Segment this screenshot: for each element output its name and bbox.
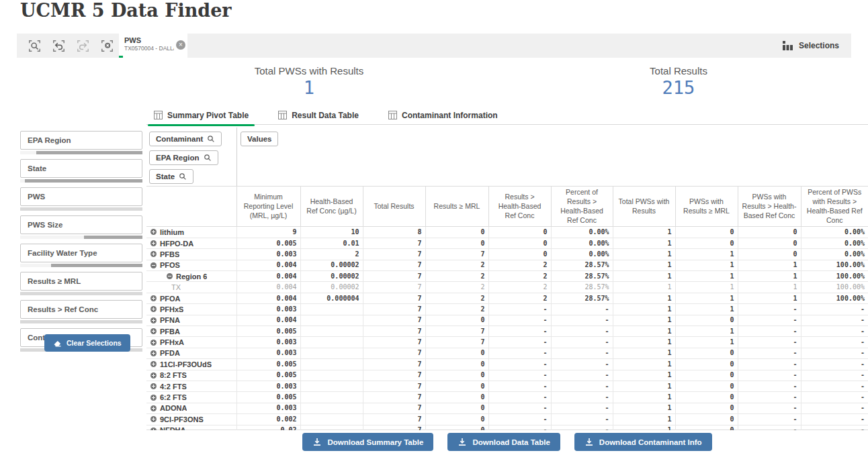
row-label[interactable]: HFPO-DA: [160, 239, 193, 248]
pivot-cell[interactable]: 1: [613, 238, 675, 248]
pivot-cell[interactable]: 0: [675, 227, 738, 238]
pivot-cell[interactable]: 2: [488, 260, 551, 270]
pivot-cell[interactable]: 0.005: [236, 238, 300, 248]
pivot-cell[interactable]: -: [738, 326, 801, 337]
pivot-cell[interactable]: 1: [613, 326, 675, 337]
pivot-cell[interactable]: 0: [425, 381, 488, 391]
row-label[interactable]: PFBS: [160, 250, 179, 259]
selection-tab-pws[interactable]: PWS TX0570004 - DALLAS ... ×: [119, 34, 187, 58]
pivot-cell[interactable]: [300, 381, 363, 391]
row-label[interactable]: PFNA: [160, 315, 180, 325]
filter-title[interactable]: EPA Region: [20, 131, 142, 150]
smart-search-icon[interactable]: [22, 34, 46, 58]
pivot-cell[interactable]: 0.00%: [801, 227, 868, 238]
pivot-cell[interactable]: [300, 392, 363, 403]
filter-results-ref-conc[interactable]: Results > Ref Conc: [20, 300, 142, 323]
pivot-cell[interactable]: 7: [363, 271, 425, 282]
step-forward-icon[interactable]: [71, 34, 95, 58]
pivot-cell[interactable]: 2: [425, 304, 488, 315]
pivot-rows-viewport[interactable]: lithium9108000.00%1000.00%HFPO-DA0.0050.…: [146, 227, 868, 430]
pivot-cell[interactable]: 0.005: [236, 370, 300, 381]
pivot-cell[interactable]: 1: [613, 249, 675, 260]
pivot-cell[interactable]: 1: [613, 392, 675, 403]
dimension-button-state[interactable]: State: [149, 169, 193, 184]
pivot-cell[interactable]: 7: [363, 260, 425, 270]
expand-icon[interactable]: [150, 395, 157, 401]
pivot-cell[interactable]: 0.004: [236, 315, 300, 325]
pivot-cell[interactable]: 0.003: [236, 304, 300, 315]
column-header-health-based-ref-conc-g-l[interactable]: Health-Based Ref Conc (µg/L): [300, 187, 363, 227]
pivot-cell[interactable]: 0.003: [236, 403, 300, 413]
pivot-cell[interactable]: 0: [425, 425, 488, 430]
row-label[interactable]: TX: [171, 283, 181, 292]
pivot-cell[interactable]: 0: [488, 249, 551, 260]
pivot-cell[interactable]: -: [488, 392, 551, 403]
row-label[interactable]: NFDHA: [160, 425, 186, 430]
pivot-cell[interactable]: 1: [738, 260, 801, 270]
pivot-cell[interactable]: 100.00%: [801, 282, 868, 293]
tab-contaminant-information[interactable]: Contaminant Information: [382, 106, 504, 125]
pivot-cell[interactable]: 1: [675, 249, 738, 260]
pivot-cell[interactable]: 1: [613, 227, 675, 238]
expand-icon[interactable]: [150, 229, 157, 235]
filter-pws-size[interactable]: PWS Size: [20, 215, 142, 239]
pivot-cell[interactable]: -: [738, 392, 801, 403]
pivot-cell[interactable]: -: [738, 337, 801, 348]
pivot-cell[interactable]: 9: [236, 227, 300, 238]
column-header-pwss-with-results-mrl[interactable]: PWSs with Results ≥ MRL: [675, 187, 738, 227]
pivot-cell[interactable]: 0: [488, 227, 551, 238]
pivot-cell[interactable]: 1: [613, 260, 675, 270]
pivot-cell[interactable]: 0.005: [236, 359, 300, 370]
filter-pws[interactable]: PWS: [20, 187, 142, 211]
pivot-cell[interactable]: 7: [425, 326, 488, 337]
pivot-cell[interactable]: -: [801, 348, 868, 358]
pivot-cell[interactable]: 0.004: [236, 271, 300, 282]
pivot-cell[interactable]: 1: [675, 337, 738, 348]
pivot-cell[interactable]: 28.57%: [551, 282, 613, 293]
pivot-cell[interactable]: 1: [613, 403, 675, 413]
pivot-cell[interactable]: 0.00002: [300, 271, 363, 282]
pivot-cell[interactable]: -: [801, 315, 868, 325]
collapse-icon[interactable]: [150, 262, 157, 268]
pivot-cell[interactable]: 1: [613, 293, 675, 303]
filter-state[interactable]: State: [20, 159, 142, 183]
pivot-cell[interactable]: 100.00%: [801, 260, 868, 270]
pivot-cell[interactable]: [300, 315, 363, 325]
pivot-cell[interactable]: -: [738, 348, 801, 358]
pivot-cell[interactable]: -: [801, 403, 868, 413]
row-label[interactable]: PFOS: [160, 260, 180, 270]
pivot-cell[interactable]: -: [801, 326, 868, 337]
column-header-minimum-reporting-level-mrl-g-l[interactable]: Minimum Reporting Level (MRL, µg/L): [236, 187, 300, 227]
pivot-cell[interactable]: -: [551, 370, 613, 381]
pivot-cell[interactable]: 0: [675, 392, 738, 403]
expand-icon[interactable]: [150, 306, 157, 312]
pivot-cell[interactable]: 0: [488, 238, 551, 248]
filter-results-mrl[interactable]: Results ≥ MRL: [20, 272, 142, 295]
pivot-cell[interactable]: 0.00%: [551, 238, 613, 248]
pivot-cell[interactable]: 0.004: [236, 293, 300, 303]
pivot-cell[interactable]: 0: [675, 425, 738, 430]
pivot-cell[interactable]: 10: [300, 227, 363, 238]
expand-icon[interactable]: [150, 240, 157, 246]
pivot-cell[interactable]: -: [738, 403, 801, 413]
pivot-cell[interactable]: [300, 337, 363, 348]
expand-icon[interactable]: [150, 340, 157, 346]
column-header-percent-of-pwss-with-results-health-based-ref-conc[interactable]: Percent of PWSs with Results > Health-Ba…: [801, 187, 868, 227]
pivot-cell[interactable]: -: [488, 425, 551, 430]
expand-icon[interactable]: [150, 295, 157, 301]
pivot-cell[interactable]: 1: [738, 293, 801, 303]
pivot-cell[interactable]: -: [551, 326, 613, 337]
pivot-cell[interactable]: 0: [675, 403, 738, 413]
pivot-cell[interactable]: -: [551, 337, 613, 348]
pivot-cell[interactable]: 0: [425, 392, 488, 403]
pivot-cell[interactable]: -: [488, 414, 551, 425]
pivot-cell[interactable]: -: [801, 392, 868, 403]
pivot-cell[interactable]: 0: [675, 381, 738, 391]
pivot-cell[interactable]: 1: [675, 293, 738, 303]
pivot-cell[interactable]: 100.00%: [801, 271, 868, 282]
pivot-cell[interactable]: 0: [425, 414, 488, 425]
pivot-cell[interactable]: [300, 403, 363, 413]
row-label[interactable]: 11Cl-PF3OUdS: [160, 360, 212, 369]
pivot-cell[interactable]: 0.003: [236, 381, 300, 391]
pivot-cell[interactable]: -: [551, 348, 613, 358]
